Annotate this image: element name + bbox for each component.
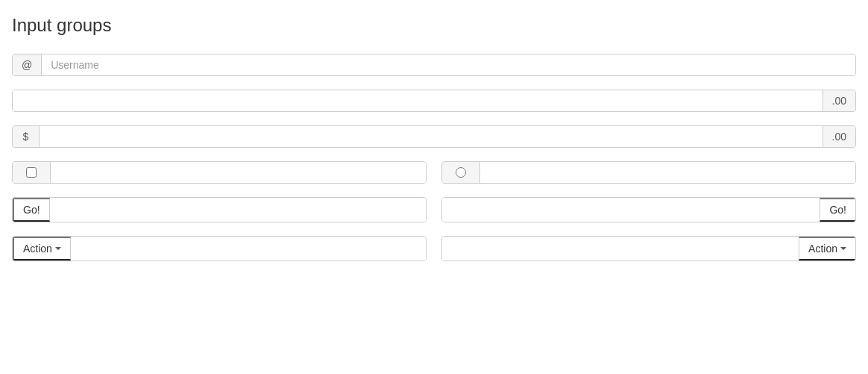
checkbox-input[interactable] — [26, 167, 37, 178]
radio-addon — [442, 162, 480, 183]
checkbox-text-input[interactable] — [51, 162, 426, 183]
go-left-button[interactable]: Go! — [13, 198, 50, 222]
username-input[interactable] — [42, 54, 855, 75]
input-group-go-left: Go! — [12, 197, 427, 222]
checkbox-addon — [13, 162, 51, 183]
checkbox-radio-row — [12, 161, 856, 197]
radio-input-group-row — [441, 161, 856, 184]
action-right-text-input[interactable] — [442, 237, 799, 261]
input-group-decimal: .00 — [12, 90, 856, 112]
go-right-text-input[interactable] — [442, 198, 820, 222]
action-right-label: Action — [808, 243, 837, 255]
input-group-decimal-row: .00 — [12, 90, 856, 112]
action-left-group-row: Action — [12, 236, 427, 261]
dollar-addon: $ — [13, 126, 40, 147]
input-group-currency: $ .00 — [12, 125, 856, 148]
decimal-addon: .00 — [823, 90, 855, 111]
action-row: Action Action — [12, 236, 856, 275]
currency-decimal-addon: .00 — [823, 126, 855, 147]
radio-input[interactable] — [456, 167, 466, 178]
go-button-row: Go! Go! — [12, 197, 856, 236]
radio-text-input[interactable] — [480, 162, 855, 183]
go-right-group-row: Go! — [441, 197, 856, 222]
input-group-action-right: Action — [441, 236, 856, 261]
action-left-text-input[interactable] — [71, 237, 426, 261]
input-group-currency-row: $ .00 — [12, 125, 856, 148]
input-group-checkbox — [12, 161, 427, 184]
at-addon: @ — [13, 54, 42, 75]
currency-input[interactable] — [40, 126, 823, 147]
action-left-caret-icon — [55, 247, 61, 250]
go-left-group-row: Go! — [12, 197, 427, 222]
input-group-username: @ — [12, 54, 856, 76]
page-title: Input groups — [12, 15, 856, 36]
go-left-text-input[interactable] — [50, 198, 426, 222]
input-group-username-row: @ — [12, 54, 856, 76]
action-right-caret-icon — [840, 247, 846, 250]
action-left-label: Action — [23, 243, 52, 255]
go-right-button[interactable]: Go! — [820, 198, 855, 222]
decimal-input[interactable] — [13, 90, 823, 111]
checkbox-input-group-row — [12, 161, 427, 184]
input-group-go-right: Go! — [441, 197, 856, 222]
action-right-button[interactable]: Action — [799, 237, 855, 261]
action-right-group-row: Action — [441, 236, 856, 261]
input-group-radio — [441, 161, 856, 184]
input-group-action-left: Action — [12, 236, 427, 261]
action-left-button[interactable]: Action — [13, 237, 71, 261]
